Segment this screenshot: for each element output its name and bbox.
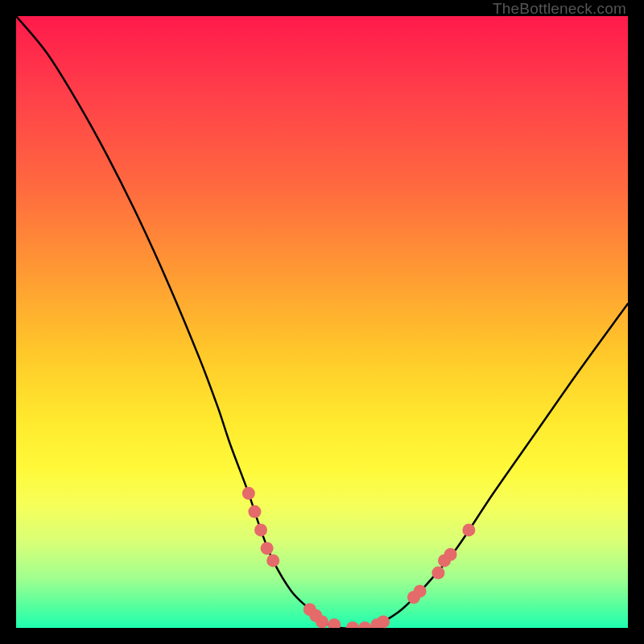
highlight-dot — [261, 542, 274, 555]
highlight-dot — [431, 567, 444, 580]
curve-svg — [16, 16, 628, 628]
highlight-dot — [346, 621, 359, 628]
highlight-dot — [444, 548, 457, 561]
watermark-text: TheBottleneck.com — [493, 0, 626, 18]
highlight-dot — [248, 506, 261, 518]
highlight-dot — [328, 618, 341, 628]
plot-area — [16, 16, 628, 628]
highlight-dots — [242, 487, 476, 628]
highlight-dot — [462, 523, 475, 536]
highlight-dot — [377, 615, 390, 628]
highlight-dot — [358, 621, 371, 628]
highlight-dot — [254, 523, 267, 536]
highlight-dot — [316, 615, 328, 628]
highlight-dot — [266, 554, 279, 567]
highlight-dot — [414, 584, 427, 597]
chart-frame: TheBottleneck.com — [0, 0, 644, 644]
bottleneck-curve-line — [16, 16, 628, 628]
highlight-dot — [242, 487, 255, 500]
